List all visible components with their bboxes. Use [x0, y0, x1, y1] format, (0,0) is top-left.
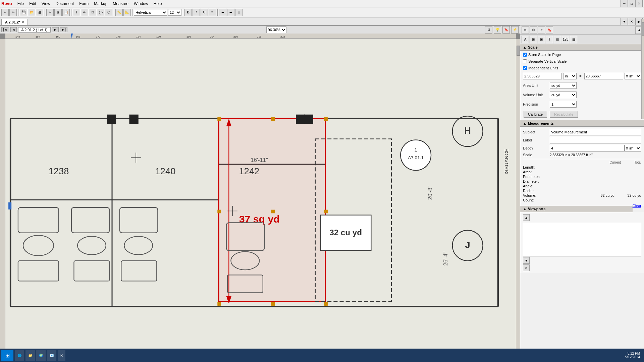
svg-text:154: 154 — [36, 35, 40, 38]
viewport-close-button[interactable]: ✕ — [523, 264, 530, 271]
menu-window[interactable]: Window — [131, 1, 151, 7]
markup-btn3[interactable]: □ — [89, 9, 96, 16]
separate-vertical-checkbox[interactable] — [523, 59, 527, 63]
markup-btn2[interactable]: ✏ — [81, 9, 88, 16]
label-input[interactable] — [550, 137, 641, 143]
measure-btn2[interactable]: 📐 — [123, 9, 131, 16]
depth-unit-select[interactable]: ft in" — [625, 145, 641, 152]
align-right-btn[interactable]: ➡ — [227, 9, 234, 16]
start-button[interactable]: ⊞ — [1, 350, 13, 361]
svg-marker-14 — [71, 34, 73, 39]
canvas-btn1[interactable]: ⚙ — [485, 26, 492, 34]
viewport-up-button[interactable]: ▲ — [523, 214, 530, 221]
precision-select[interactable]: 1 — [550, 101, 577, 108]
menu-document[interactable]: Document — [53, 1, 77, 7]
cut-button[interactable]: ✂ — [46, 9, 54, 16]
menu-markup[interactable]: Markup — [91, 1, 110, 7]
menu-measure[interactable]: Measure — [110, 1, 131, 7]
italic-button[interactable]: I — [193, 9, 200, 16]
panel-bookmark-icon[interactable]: 🔖 — [546, 26, 553, 34]
panel-arrow-icon[interactable]: ↗ — [538, 26, 545, 34]
floor-plan[interactable]: 37 sq yd 32 cu yd 1238 1240 1242 — [5, 39, 516, 351]
panel-btn-e[interactable]: ⊡ — [554, 36, 561, 43]
align-center-button[interactable]: ≡ — [209, 9, 216, 16]
calibrate-button[interactable]: Calibrate — [524, 111, 547, 118]
panel-pen-icon[interactable]: ✏ — [522, 26, 529, 34]
taskbar-ie-icon[interactable]: 🌐 — [15, 350, 24, 361]
font-size-select[interactable]: 12 — [168, 9, 181, 16]
volume-unit-select[interactable]: cu yd — [550, 92, 577, 98]
volume-row: Volume: 32 cu yd 32 cu yd — [523, 193, 641, 198]
align-left-btn[interactable]: ⬅ — [219, 9, 226, 16]
scale-value-input[interactable] — [523, 73, 562, 79]
scale-equals-value-input[interactable] — [584, 73, 623, 79]
depth-input[interactable] — [550, 145, 625, 152]
print-button[interactable]: 🖨 — [36, 9, 43, 16]
total-header: Total — [634, 161, 641, 164]
close-button[interactable]: ✕ — [635, 0, 643, 7]
bold-button[interactable]: B — [184, 9, 192, 16]
maximize-button[interactable]: □ — [628, 0, 635, 7]
subject-input[interactable] — [550, 129, 641, 135]
panel-btn-a[interactable]: A — [522, 36, 529, 43]
menu-edit[interactable]: Edit — [26, 1, 39, 7]
panel-btn-g[interactable]: ▦ — [570, 36, 577, 43]
vertical-scrollbar[interactable] — [516, 39, 520, 351]
tab-close-all-button[interactable]: ✕ — [628, 18, 635, 25]
paste-button[interactable]: 📋 — [62, 9, 70, 16]
panel-btn-d[interactable]: T — [546, 36, 553, 43]
canvas-container[interactable]: 148 154 160 166 172 178 184 190 198 204 … — [0, 34, 520, 355]
first-page-button[interactable]: |◄ — [1, 27, 9, 32]
tab-a2012[interactable]: A 2.01.2* ✕ — [1, 19, 28, 25]
scale-section-header[interactable]: ▲ Scale — [520, 44, 644, 51]
markup-btn5[interactable]: ⬡ — [105, 9, 112, 16]
panel-gear-icon[interactable]: ⚙ — [530, 26, 537, 34]
taskbar-revu-icon[interactable]: R — [58, 350, 65, 361]
tab-close-icon[interactable]: ✕ — [21, 20, 24, 24]
recalculate-button[interactable]: Recalculate — [550, 111, 578, 118]
canvas-btn4[interactable]: ⚡ — [511, 26, 519, 34]
viewport-down-button[interactable]: ▼ — [523, 257, 530, 264]
menu-file[interactable]: File — [15, 1, 26, 7]
panel-scrollbar[interactable] — [641, 25, 644, 119]
menu-form[interactable]: Form — [76, 1, 91, 7]
clear-button[interactable]: Clear — [633, 204, 641, 208]
font-select[interactable]: Helvetica — [134, 9, 167, 16]
panel-btn-c[interactable]: ⊠ — [538, 36, 545, 43]
measurements-section-header[interactable]: ▲ Measurements — [520, 120, 644, 127]
radius-label-r: Radius: — [523, 189, 535, 193]
open-button[interactable]: 📂 — [28, 9, 35, 16]
taskbar-folder-icon[interactable]: 📁 — [25, 350, 35, 361]
scale-unit2-select[interactable]: ft in" — [625, 73, 641, 79]
markup-btn4[interactable]: ◯ — [97, 9, 104, 16]
area-unit-select[interactable]: sq yd — [550, 82, 577, 89]
last-page-button[interactable]: ►| — [60, 27, 68, 32]
taskbar-outlook-icon[interactable]: 📧 — [47, 350, 56, 361]
save-button[interactable]: 💾 — [20, 9, 27, 16]
markup-btn1[interactable]: T — [73, 9, 80, 16]
independent-units-checkbox[interactable] — [523, 66, 527, 70]
underline-button[interactable]: U — [201, 9, 208, 16]
viewports-section-header[interactable]: ▲ Viewports — [520, 206, 633, 212]
scale-unit-select[interactable]: in — [563, 73, 577, 79]
next-page-button[interactable]: ► — [52, 27, 59, 32]
svg-text:26'-4": 26'-4" — [442, 252, 449, 266]
prev-page-button[interactable]: ◄ — [10, 27, 17, 32]
taskbar-chrome-icon[interactable]: 🌍 — [36, 350, 46, 361]
panel-btn-f[interactable]: 123 — [562, 36, 569, 43]
canvas-btn2[interactable]: 💡 — [494, 26, 501, 34]
measure-btn1[interactable]: 📏 — [115, 9, 123, 16]
tab-dropdown-button[interactable]: ▼ — [621, 18, 628, 25]
list-btn[interactable]: ☰ — [235, 9, 243, 16]
store-scale-checkbox[interactable] — [523, 53, 527, 57]
undo-button[interactable]: ↩ — [1, 9, 9, 16]
minimize-button[interactable]: ─ — [621, 0, 628, 7]
menu-help[interactable]: Help — [151, 1, 165, 7]
zoom-select[interactable]: 96.36% — [266, 26, 286, 33]
redo-button[interactable]: ↪ — [9, 9, 17, 16]
canvas-btn3[interactable]: 🔖 — [502, 26, 510, 34]
panel-btn-b[interactable]: ⊞ — [530, 36, 537, 43]
svg-text:H: H — [464, 125, 471, 136]
copy-button[interactable]: ⎘ — [54, 9, 62, 16]
menu-view[interactable]: View — [39, 1, 53, 7]
